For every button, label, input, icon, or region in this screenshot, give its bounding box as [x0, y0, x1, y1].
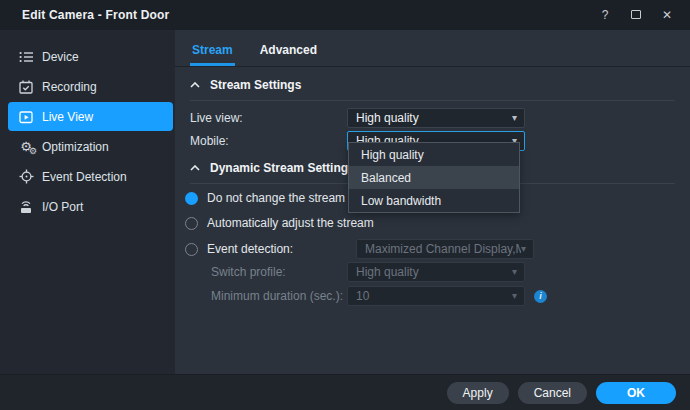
switch-profile-row: Switch profile: High quality ▾: [175, 262, 690, 282]
sidebar-item-live-view[interactable]: Live View: [8, 102, 173, 131]
io-port-icon: [18, 199, 34, 214]
section-title: Dynamic Stream Settings: [210, 161, 355, 175]
calendar-check-icon: [18, 79, 34, 94]
edit-camera-dialog: Edit Camera - Front Door ? ✕ Device: [0, 0, 690, 410]
chevron-down-icon: ▾: [512, 291, 517, 301]
live-view-row: Live view: High quality ▾: [175, 108, 690, 128]
dropdown-option-balanced[interactable]: Balanced: [349, 166, 519, 189]
tab-advanced[interactable]: Advanced: [258, 40, 319, 66]
switch-profile-label: Switch profile:: [211, 265, 347, 279]
dialog-title: Edit Camera - Front Door: [22, 8, 169, 22]
min-duration-label: Minimum duration (sec.):: [211, 289, 347, 303]
device-list-icon: [18, 49, 34, 64]
event-profile-select: Maximized Channel Display,Moti... ▾: [356, 239, 534, 259]
sidebar-item-recording[interactable]: Recording: [8, 72, 173, 101]
titlebar: Edit Camera - Front Door ? ✕: [0, 0, 690, 30]
gears-icon: ⚙ ⚙: [18, 139, 34, 154]
radio-button-selected[interactable]: [185, 192, 198, 205]
dropdown-option-high-quality[interactable]: High quality: [349, 143, 519, 166]
mobile-dropdown-panel: High quality Balanced Low bandwidth: [348, 142, 520, 213]
tab-stream[interactable]: Stream: [190, 40, 235, 66]
sidebar-item-io-port[interactable]: I/O Port: [8, 192, 173, 221]
switch-profile-select: High quality ▾: [347, 262, 525, 282]
radio-row-event-detection: Event detection: Maximized Channel Displ…: [175, 239, 690, 259]
dropdown-option-low-bandwidth[interactable]: Low bandwidth: [349, 189, 519, 212]
sidebar-item-device[interactable]: Device: [8, 42, 173, 71]
sidebar-item-event-detection[interactable]: Event Detection: [8, 162, 173, 191]
radio-label: Event detection:: [207, 242, 347, 256]
live-view-label: Live view:: [190, 111, 347, 125]
chevron-up-icon: [190, 82, 200, 88]
sidebar-item-label: Recording: [42, 80, 97, 94]
footer-bar: Apply Cancel OK: [0, 374, 690, 410]
min-duration-select: 10 ▾: [347, 286, 525, 306]
cancel-button[interactable]: Cancel: [518, 382, 587, 404]
sidebar: Device Recording: [0, 30, 175, 374]
restore-icon[interactable]: [629, 8, 643, 22]
sidebar-item-label: Optimization: [42, 140, 109, 154]
radio-button[interactable]: [185, 243, 198, 256]
tab-bar: Stream Advanced: [175, 30, 690, 67]
crosshair-icon: [18, 169, 34, 184]
radio-label: Automatically adjust the stream: [207, 216, 374, 230]
radio-row-auto-adjust: Automatically adjust the stream: [175, 216, 690, 230]
section-stream-settings[interactable]: Stream Settings: [190, 78, 675, 101]
min-duration-row: Minimum duration (sec.): 10 ▾ i: [175, 286, 690, 306]
chevron-up-icon: [190, 165, 200, 171]
radio-button[interactable]: [185, 217, 198, 230]
sidebar-item-optimization[interactable]: ⚙ ⚙ Optimization: [8, 132, 173, 161]
chevron-down-icon: ▾: [512, 113, 517, 123]
chevron-down-icon: ▾: [512, 267, 517, 277]
play-video-icon: [18, 109, 34, 124]
sidebar-item-label: Device: [42, 50, 79, 64]
help-icon[interactable]: ?: [598, 8, 612, 22]
live-view-select[interactable]: High quality ▾: [347, 108, 525, 128]
sidebar-item-label: I/O Port: [42, 200, 83, 214]
titlebar-controls: ? ✕: [598, 8, 674, 22]
sidebar-item-label: Live View: [42, 110, 93, 124]
apply-button[interactable]: Apply: [447, 382, 509, 404]
close-icon[interactable]: ✕: [660, 8, 674, 22]
section-title: Stream Settings: [210, 78, 301, 92]
info-icon[interactable]: i: [534, 290, 547, 303]
sidebar-item-label: Event Detection: [42, 170, 127, 184]
ok-button[interactable]: OK: [596, 382, 676, 404]
chevron-down-icon: ▾: [521, 244, 526, 254]
mobile-label: Mobile:: [190, 134, 347, 148]
